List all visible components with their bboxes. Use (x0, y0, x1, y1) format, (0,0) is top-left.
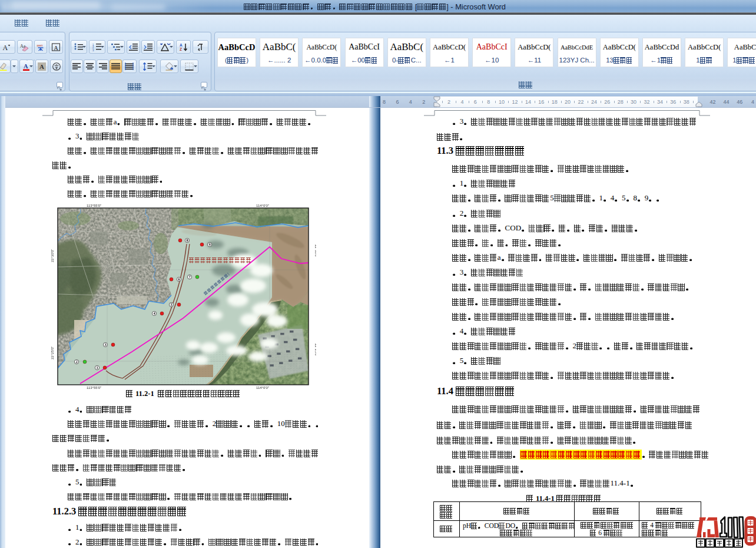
svg-text:22°25'0": 22°25'0" (51, 346, 54, 359)
svg-text:22°25'0": 22°25'0" (314, 344, 316, 356)
svg-text:3: 3 (92, 49, 94, 51)
svg-text:A: A (180, 43, 183, 47)
svg-text:wen: wen (37, 44, 43, 47)
svg-text:113°55'0": 113°55'0" (87, 386, 101, 389)
svg-text:114°0'0": 114°0'0" (256, 204, 269, 207)
svg-text:2: 2 (75, 359, 77, 364)
svg-text:22°30'0": 22°30'0" (314, 245, 316, 258)
svg-text:A: A (3, 44, 8, 51)
svg-text:Z: Z (180, 47, 182, 51)
svg-text:A: A (54, 44, 59, 51)
svg-text:22°30'0": 22°30'0" (51, 249, 54, 262)
svg-text:114°0'0": 114°0'0" (256, 386, 269, 389)
svg-text:1: 1 (96, 365, 98, 369)
svg-text:A: A (39, 63, 44, 70)
svg-text:113°55'0": 113°55'0" (87, 204, 101, 207)
